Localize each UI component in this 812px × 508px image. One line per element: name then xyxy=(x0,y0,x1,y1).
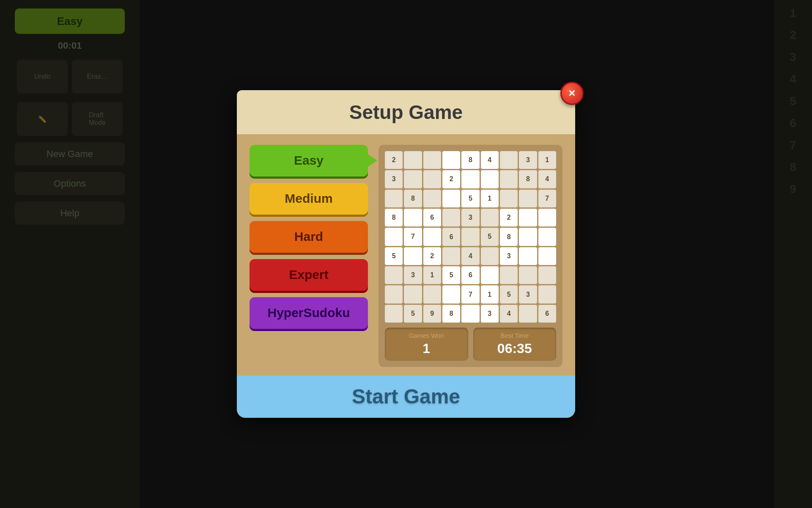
modal-overlay: × Setup Game Easy Medium Hard Expert Hyp… xyxy=(0,0,812,508)
sudoku-cell xyxy=(500,190,518,207)
sudoku-cell xyxy=(385,190,403,207)
sudoku-cell: 9 xyxy=(423,305,441,323)
sudoku-cell: 8 xyxy=(385,209,403,226)
sudoku-cell: 6 xyxy=(423,209,441,226)
sudoku-cell xyxy=(461,228,479,246)
sudoku-cell: 6 xyxy=(538,305,556,323)
best-time-box: Best Time 06:35 xyxy=(473,328,557,361)
close-button[interactable]: × xyxy=(560,82,584,105)
setup-game-modal: × Setup Game Easy Medium Hard Expert Hyp… xyxy=(237,90,575,418)
stats-row: Games Won 1 Best Time 06:35 xyxy=(385,328,556,361)
sudoku-cell: 1 xyxy=(481,190,499,207)
difficulty-list: Easy Medium Hard Expert HyperSudoku xyxy=(250,145,368,367)
games-won-box: Games Won 1 xyxy=(385,328,468,361)
sudoku-cell xyxy=(481,266,499,284)
sudoku-cell xyxy=(423,285,441,303)
start-game-label: Start Game xyxy=(352,385,460,408)
sudoku-cell xyxy=(442,190,460,207)
sudoku-cell: 8 xyxy=(519,170,537,188)
sudoku-cell xyxy=(519,228,537,246)
sudoku-cell xyxy=(385,266,403,284)
modal-title: Setup Game xyxy=(349,101,463,123)
sudoku-cell xyxy=(442,247,460,265)
sudoku-cell: 1 xyxy=(538,151,556,169)
sudoku-cell xyxy=(481,209,499,226)
sudoku-cell xyxy=(404,209,422,226)
close-icon: × xyxy=(568,87,575,99)
sudoku-cell: 8 xyxy=(404,190,422,207)
sudoku-cell: 4 xyxy=(538,170,556,188)
sudoku-cell xyxy=(442,285,460,303)
best-time-value: 06:35 xyxy=(480,341,550,356)
sudoku-cell xyxy=(423,170,441,188)
sudoku-cell xyxy=(423,228,441,246)
sudoku-cell xyxy=(500,266,518,284)
sudoku-cell: 8 xyxy=(461,151,479,169)
preview-area: 284313284851786327658524331567153598346 … xyxy=(379,145,562,367)
sudoku-cell: 4 xyxy=(481,151,499,169)
sudoku-cell: 3 xyxy=(404,266,422,284)
sudoku-cell xyxy=(481,170,499,188)
difficulty-hyper-button[interactable]: HyperSudoku xyxy=(250,297,368,329)
sudoku-cell: 2 xyxy=(385,151,403,169)
sudoku-cell xyxy=(519,266,537,284)
sudoku-cell: 3 xyxy=(519,151,537,169)
sudoku-cell xyxy=(538,228,556,246)
sudoku-cell: 2 xyxy=(442,170,460,188)
sudoku-cell xyxy=(404,170,422,188)
sudoku-cell: 4 xyxy=(461,247,479,265)
sudoku-cell xyxy=(423,151,441,169)
sudoku-cell: 1 xyxy=(423,266,441,284)
sudoku-cell: 5 xyxy=(461,190,479,207)
start-game-button[interactable]: Start Game xyxy=(237,375,575,417)
sudoku-cell: 3 xyxy=(519,285,537,303)
sudoku-cell: 3 xyxy=(461,209,479,226)
sudoku-cell xyxy=(404,151,422,169)
sudoku-cell xyxy=(423,190,441,207)
sudoku-cell xyxy=(481,247,499,265)
sudoku-cell: 6 xyxy=(442,228,460,246)
sudoku-cell: 3 xyxy=(385,170,403,188)
sudoku-cell: 5 xyxy=(481,228,499,246)
sudoku-cell xyxy=(442,209,460,226)
sudoku-cell xyxy=(538,266,556,284)
sudoku-cell xyxy=(442,151,460,169)
sudoku-cell xyxy=(538,285,556,303)
sudoku-cell xyxy=(461,170,479,188)
sudoku-cell xyxy=(519,305,537,323)
sudoku-cell xyxy=(404,285,422,303)
sudoku-cell: 2 xyxy=(423,247,441,265)
sudoku-cell: 8 xyxy=(442,305,460,323)
sudoku-cell: 7 xyxy=(538,190,556,207)
sudoku-cell xyxy=(538,247,556,265)
difficulty-expert-button[interactable]: Expert xyxy=(250,259,368,291)
sudoku-cell xyxy=(500,170,518,188)
sudoku-cell xyxy=(519,247,537,265)
sudoku-cell xyxy=(385,305,403,323)
modal-body: Easy Medium Hard Expert HyperSudoku 2843… xyxy=(250,145,562,367)
sudoku-cell: 3 xyxy=(481,305,499,323)
sudoku-cell xyxy=(385,285,403,303)
sudoku-cell: 4 xyxy=(500,305,518,323)
games-won-label: Games Won xyxy=(391,332,462,339)
games-won-value: 1 xyxy=(391,341,462,356)
sudoku-cell xyxy=(385,228,403,246)
sudoku-cell xyxy=(461,305,479,323)
difficulty-hard-button[interactable]: Hard xyxy=(250,221,368,253)
sudoku-cell: 7 xyxy=(404,228,422,246)
sudoku-cell: 2 xyxy=(500,209,518,226)
sudoku-cell xyxy=(404,247,422,265)
sudoku-cell xyxy=(519,209,537,226)
modal-header: Setup Game xyxy=(237,90,575,134)
best-time-label: Best Time xyxy=(480,332,550,339)
difficulty-easy-button[interactable]: Easy xyxy=(250,145,368,177)
sudoku-cell: 5 xyxy=(385,247,403,265)
sudoku-cell xyxy=(500,151,518,169)
sudoku-cell: 7 xyxy=(461,285,479,303)
sudoku-cell: 8 xyxy=(500,228,518,246)
sudoku-cell: 6 xyxy=(461,266,479,284)
sudoku-cell: 1 xyxy=(481,285,499,303)
sudoku-cell xyxy=(538,209,556,226)
sudoku-cell: 5 xyxy=(500,285,518,303)
difficulty-medium-button[interactable]: Medium xyxy=(250,183,368,215)
